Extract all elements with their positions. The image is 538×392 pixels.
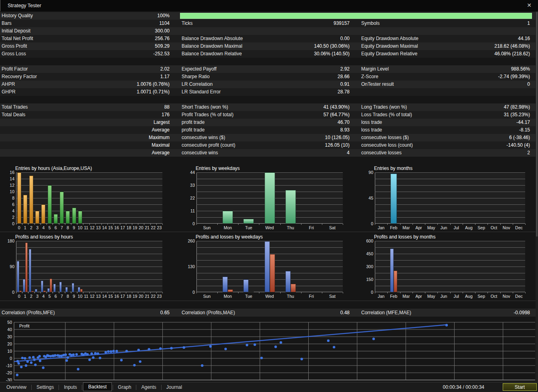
stat-label: consecutive wins ($): [182, 134, 225, 141]
x-axis-category-label: Sep: [475, 225, 487, 230]
correlation-label: Correlation (Profits,MAE): [182, 309, 235, 317]
y-axis-tick-label: 600: [360, 238, 373, 243]
x-axis-tick: [59, 224, 59, 225]
x-axis-tick: [413, 292, 413, 293]
x-axis-category-label: 21: [144, 294, 150, 299]
x-axis-tick: [156, 292, 157, 293]
bar: [72, 208, 76, 224]
x-axis-tick: [150, 224, 151, 225]
x-axis-category-label: 9: [71, 294, 77, 299]
x-axis-tick: [375, 224, 375, 225]
stat-value: 44.16: [518, 35, 530, 42]
gridline: [16, 267, 162, 267]
x-axis-category-label: 20: [138, 294, 144, 299]
x-axis-tick: [47, 224, 47, 225]
start-button[interactable]: Start: [503, 383, 537, 391]
stat-label: loss trade: [361, 126, 382, 134]
x-axis-tick: [425, 292, 425, 293]
x-axis-category-label: 15: [107, 294, 113, 299]
tab-backtest[interactable]: Backtest: [83, 382, 112, 391]
stat-label: Total Net Profit: [2, 35, 33, 42]
x-axis-tick: [132, 224, 132, 225]
gridline: [16, 273, 162, 273]
tab-overview[interactable]: Overview: [2, 383, 30, 391]
stat-value: 57 (64.77%): [324, 111, 350, 119]
x-axis-category-label: Mar: [400, 225, 413, 230]
correlation-label: Correlation (MFE,MAE): [361, 309, 411, 317]
x-axis-category-label: 11: [83, 225, 89, 230]
y-axis-tick-label: 10: [2, 189, 14, 194]
stat-value: 10 (126.05): [325, 134, 350, 141]
bar: [394, 271, 397, 292]
stats-cell-group: Maximal: [0, 141, 179, 149]
close-icon[interactable]: ✕: [525, 2, 533, 8]
stats-cell-group: Symbols1: [359, 20, 538, 27]
x-axis-category-label: 12: [89, 225, 95, 230]
vertical-scrollbar[interactable]: [536, 11, 538, 382]
stat-label: consecutive wins: [182, 149, 218, 157]
gridline: [16, 241, 162, 241]
tab-separator: [31, 385, 32, 390]
stats-cell-group: OnTester result0: [359, 81, 538, 88]
tab-inputs[interactable]: Inputs: [60, 383, 81, 391]
x-axis-category-label: 4: [40, 225, 47, 230]
stat-value: 46.70: [338, 119, 350, 126]
stat-label: Long Trades (won %): [361, 103, 407, 111]
stat-value: 0.00: [340, 35, 350, 42]
bar: [31, 291, 34, 292]
x-axis-category-label: Mon: [217, 294, 238, 299]
stats-cell-group: Gross Profit509.29: [0, 42, 179, 50]
stat-value: 100%: [157, 12, 170, 20]
bar: [78, 211, 82, 224]
stats-cell-group: Recovery Factor1.17: [0, 73, 179, 81]
x-axis-tick: [34, 224, 35, 225]
gridline: [16, 192, 162, 192]
x-axis-category-label: Aug: [463, 225, 475, 230]
correlation-value: 0.65: [160, 309, 170, 317]
tab-separator: [113, 385, 113, 390]
stats-cell-group: Expected Payoff2.92: [179, 65, 359, 73]
gridline: [16, 254, 162, 254]
x-axis-category-label: Jan: [375, 225, 387, 230]
correlation-value: -0.0998: [514, 309, 530, 317]
x-axis-tick: [126, 224, 126, 225]
x-axis-category-label: Mar: [400, 294, 413, 299]
bar: [66, 211, 70, 224]
stats-row: Largestprofit trade46.70loss trade-44.17: [0, 119, 538, 126]
gridline: [196, 241, 343, 241]
scrollbar-thumb[interactable]: [536, 12, 538, 236]
stats-row: Gross Profit509.29Balance Drawdown Maxim…: [0, 42, 538, 50]
tab-graph[interactable]: Graph: [114, 383, 135, 391]
x-axis-tick: [156, 224, 157, 225]
stat-value: 8.93: [340, 126, 350, 134]
x-axis-tick: [77, 292, 77, 293]
x-axis-category-label: Mon: [217, 225, 238, 230]
stats-cell-group: Average: [0, 149, 179, 157]
stat-value: 41 (43.90%): [324, 103, 350, 111]
tab-agents[interactable]: Agents: [137, 383, 160, 391]
stat-value: 28.78: [338, 88, 350, 96]
stat-label: LR Standard Error: [182, 88, 220, 96]
bar: [35, 289, 37, 293]
stat-value: 2.92: [340, 65, 350, 73]
x-axis-tick: [53, 292, 53, 293]
gridline: [196, 247, 343, 248]
y-axis-tick-label: 2: [2, 215, 14, 220]
title-bar: Strategy Tester ✕: [0, 0, 538, 11]
x-axis-category-label: 10: [77, 225, 83, 230]
gridline: [375, 247, 525, 248]
stat-label: loss trade: [361, 119, 382, 126]
bottom-bar: OverviewSettingsInputsBacktestGraphAgent…: [0, 382, 538, 392]
tab-settings[interactable]: Settings: [32, 383, 58, 391]
stat-label: Ticks: [182, 20, 193, 27]
tab-journal[interactable]: Journal: [162, 383, 186, 391]
stats-cell-group: Ticks939157: [179, 20, 359, 27]
stat-value: 31 (35.23%): [504, 111, 530, 119]
stat-value: 47 (82.98%): [504, 103, 530, 111]
x-axis-category-label: 18: [126, 294, 132, 299]
bar: [35, 211, 39, 224]
stat-label: profit trade: [182, 119, 204, 126]
x-axis-tick: [487, 224, 488, 225]
stats-cell-group: profit trade8.93: [179, 126, 359, 134]
svg-text:30: 30: [7, 334, 12, 339]
